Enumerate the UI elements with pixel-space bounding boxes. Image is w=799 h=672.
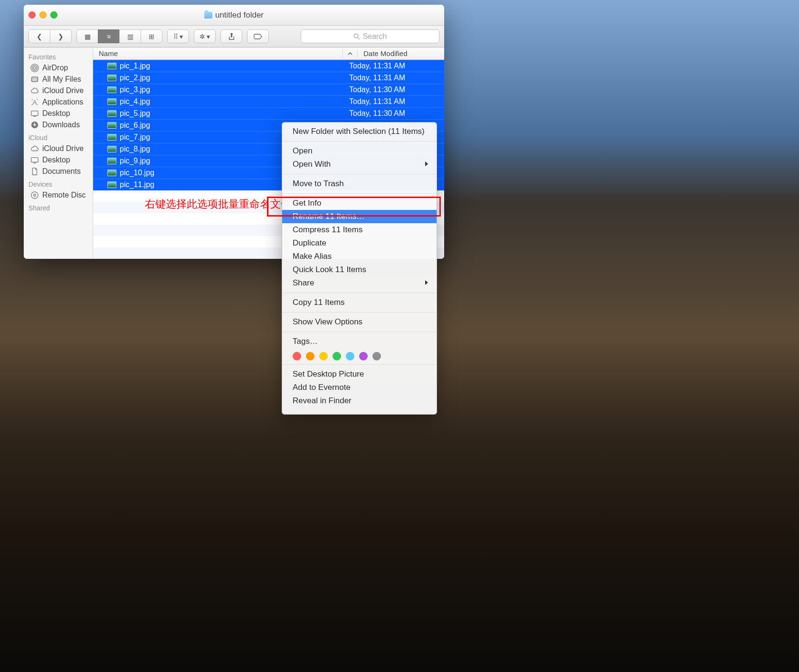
- sidebar-item-label: iCloud Drive: [42, 144, 84, 153]
- sidebar-item-label: iCloud Drive: [42, 86, 84, 95]
- menu-item-get-info[interactable]: Get Info: [282, 197, 437, 210]
- menu-item-label: Set Desktop Picture: [293, 369, 364, 379]
- menu-item-add-to-evernote[interactable]: Add to Evernote: [282, 381, 437, 394]
- sidebar-item-icloud-drive[interactable]: iCloud Drive: [24, 143, 93, 154]
- menu-item-tags[interactable]: Tags…: [282, 335, 437, 348]
- menu-item-label: New Folder with Selection (11 Items): [293, 127, 425, 136]
- menu-item-label: Copy 11 Items: [293, 298, 345, 307]
- file-name: pic_6.jpg: [120, 121, 150, 130]
- menu-item-duplicate[interactable]: Duplicate: [282, 237, 437, 250]
- menu-item-move-to-trash[interactable]: Move to Trash: [282, 177, 437, 190]
- tag-color-row: [282, 348, 437, 361]
- menu-item-label: Open With: [293, 160, 331, 169]
- menu-item-label: Duplicate: [293, 238, 326, 248]
- window-title-text: untitled folder: [215, 10, 264, 20]
- forward-button[interactable]: ❯: [50, 29, 72, 43]
- view-columns-button[interactable]: ▥: [119, 29, 141, 43]
- sort-indicator[interactable]: [342, 49, 357, 57]
- column-name[interactable]: Name: [93, 49, 342, 57]
- tag-color[interactable]: [293, 352, 301, 360]
- menu-item-label: Open: [293, 146, 313, 156]
- sidebar-header: Favorites: [29, 53, 93, 61]
- svg-point-16: [34, 194, 36, 197]
- menu-item-copy-11-items[interactable]: Copy 11 Items: [282, 296, 437, 309]
- icloud-icon: [30, 144, 39, 153]
- menu-separator: [282, 193, 437, 194]
- sidebar-item-label: Desktop: [42, 156, 70, 164]
- menu-separator: [282, 331, 437, 332]
- sidebar-item-desktop[interactable]: Desktop: [24, 154, 93, 166]
- sidebar-item-applications[interactable]: AApplications: [24, 96, 93, 108]
- menu-item-new-folder-with-selection-11-items[interactable]: New Folder with Selection (11 Items): [282, 125, 437, 138]
- menu-item-open[interactable]: Open: [282, 144, 437, 158]
- menu-item-reveal-in-finder[interactable]: Reveal in Finder: [282, 394, 437, 407]
- share-button[interactable]: [220, 29, 242, 43]
- sidebar-item-remote-disc[interactable]: Remote Disc: [24, 189, 93, 201]
- toolbar: ❮ ❯ ▦ ≡ ▥ ⊞ ⠿ ▾ ✲ ▾ Search: [24, 26, 444, 47]
- menu-item-open-with[interactable]: Open With: [282, 158, 437, 171]
- svg-rect-13: [31, 158, 38, 162]
- sidebar-item-desktop[interactable]: Desktop: [24, 108, 93, 119]
- svg-text:A: A: [32, 99, 37, 106]
- tags-button[interactable]: [247, 29, 269, 43]
- file-row[interactable]: pic_3.jpgToday, 11:30 AM: [93, 84, 444, 95]
- arrange-button[interactable]: ⠿ ▾: [167, 29, 189, 43]
- menu-separator: [282, 364, 437, 365]
- image-file-icon: [107, 181, 116, 188]
- file-row[interactable]: pic_4.jpgToday, 11:31 AM: [93, 95, 444, 107]
- file-name: pic_8.jpg: [120, 145, 150, 153]
- image-file-icon: [107, 110, 116, 117]
- tag-color[interactable]: [372, 352, 381, 360]
- tag-color[interactable]: [319, 352, 328, 360]
- svg-rect-8: [32, 80, 38, 81]
- sidebar-header: iCloud: [29, 134, 93, 142]
- sidebar-item-airdrop[interactable]: AirDrop: [24, 62, 93, 74]
- disc-icon: [30, 191, 39, 199]
- svg-point-2: [33, 66, 36, 69]
- view-list-button[interactable]: ≡: [98, 29, 119, 43]
- sidebar-item-label: Documents: [42, 167, 81, 176]
- sidebar-item-icloud-drive[interactable]: iCloud Drive: [24, 85, 93, 96]
- menu-item-set-desktop-picture[interactable]: Set Desktop Picture: [282, 368, 437, 381]
- file-date: Today, 11:30 AM: [343, 109, 444, 118]
- sidebar-item-documents[interactable]: Documents: [24, 166, 93, 177]
- view-mode-buttons: ▦ ≡ ▥ ⊞: [76, 29, 162, 43]
- svg-rect-10: [31, 111, 38, 116]
- submenu-arrow-icon: [425, 160, 429, 169]
- column-date[interactable]: Date Modified: [357, 49, 444, 57]
- view-icons-button[interactable]: ▦: [76, 29, 98, 43]
- tag-color[interactable]: [333, 352, 341, 360]
- submenu-arrow-icon: [425, 278, 429, 288]
- menu-item-share[interactable]: Share: [282, 276, 437, 290]
- menu-item-make-alias[interactable]: Make Alias: [282, 250, 437, 263]
- file-row[interactable]: pic_2.jpgToday, 11:31 AM: [93, 72, 444, 84]
- sidebar-item-all-my-files[interactable]: All My Files: [24, 74, 93, 85]
- airdrop-icon: [30, 64, 39, 72]
- desktop-icon: [30, 109, 39, 118]
- file-row[interactable]: pic_1.jpgToday, 11:31 AM: [93, 60, 444, 72]
- image-file-icon: [107, 98, 116, 105]
- menu-item-show-view-options[interactable]: Show View Options: [282, 315, 437, 329]
- menu-item-quick-look-11-items[interactable]: Quick Look 11 Items: [282, 263, 437, 276]
- sidebar-item-label: Desktop: [42, 109, 70, 118]
- image-file-icon: [107, 146, 116, 152]
- back-button[interactable]: ❮: [29, 29, 50, 43]
- sidebar-item-downloads[interactable]: Downloads: [24, 119, 93, 131]
- search-field[interactable]: Search: [301, 29, 439, 43]
- tag-color[interactable]: [359, 352, 368, 360]
- file-row[interactable]: pic_5.jpgToday, 11:30 AM: [93, 107, 444, 119]
- svg-point-3: [32, 66, 38, 71]
- menu-item-label: Share: [293, 278, 314, 288]
- menu-item-label: Quick Look 11 Items: [293, 265, 366, 274]
- sidebar-item-label: Downloads: [42, 121, 80, 129]
- menu-item-rename-11-items[interactable]: Rename 11 Items…: [282, 210, 437, 223]
- sidebar-header: Shared: [29, 204, 93, 212]
- search-icon: [353, 33, 360, 40]
- file-name: pic_3.jpg: [120, 85, 150, 94]
- menu-item-compress-11-items[interactable]: Compress 11 Items: [282, 223, 437, 237]
- action-button[interactable]: ✲ ▾: [194, 29, 216, 43]
- tag-color[interactable]: [306, 352, 314, 360]
- annotation-text: 右键选择此选项批量重命名文件: [145, 197, 291, 211]
- tag-color[interactable]: [346, 352, 354, 360]
- view-gallery-button[interactable]: ⊞: [141, 29, 162, 43]
